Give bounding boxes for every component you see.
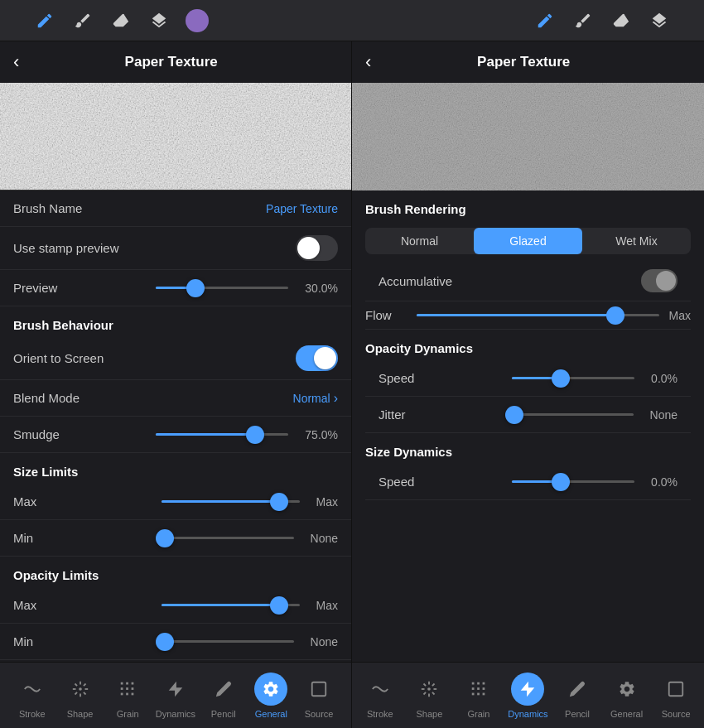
blend-mode-label: Blend Mode: [13, 391, 287, 405]
svg-line-6: [75, 683, 77, 686]
render-normal-btn[interactable]: Normal: [365, 228, 474, 254]
left-tab-shape[interactable]: Shape: [60, 673, 101, 719]
preview-slider[interactable]: [156, 287, 288, 289]
right-panel-title: Paper Texture: [381, 54, 666, 70]
jitter-row: Jitter None: [365, 397, 691, 433]
right-panel-header: ‹ Paper Texture: [352, 41, 704, 83]
right-tab-dynamics[interactable]: Dynamics: [507, 673, 548, 719]
right-tab-pencil-label: Pencil: [565, 709, 590, 719]
left-panel-title: Paper Texture: [29, 54, 313, 70]
right-tab-pencil[interactable]: Pencil: [557, 673, 598, 719]
right-tab-shape-label: Shape: [416, 709, 442, 719]
layers-tool-right[interactable]: [648, 9, 671, 32]
orient-screen-toggle[interactable]: [296, 345, 338, 371]
opacity-min-row: Min None: [0, 624, 351, 660]
render-glazed-btn[interactable]: Glazed: [474, 228, 582, 254]
orient-screen-label: Orient to Screen: [13, 351, 296, 365]
svg-rect-36: [482, 687, 485, 690]
eraser-tool-left[interactable]: [109, 9, 133, 32]
left-panel-header: ‹ Paper Texture: [0, 41, 351, 83]
right-tab-shape[interactable]: Shape: [408, 673, 450, 719]
smudge-row: Smudge 75.0%: [0, 417, 351, 453]
source-icon-wrap: [302, 673, 335, 706]
pen-tool-right[interactable]: [533, 9, 557, 32]
render-wetmix-btn[interactable]: Wet Mix: [582, 228, 691, 254]
size-min-value: None: [311, 532, 338, 545]
right-tab-general[interactable]: General: [606, 673, 648, 719]
size-max-label: Max: [13, 494, 152, 509]
left-tab-source[interactable]: Source: [298, 673, 340, 719]
render-modes-group: Normal Glazed Wet Mix: [365, 228, 691, 254]
opacity-speed-value: 0.0%: [651, 372, 677, 385]
eraser-tool-right[interactable]: [610, 9, 633, 32]
svg-line-8: [83, 683, 85, 686]
left-tab-grain[interactable]: Grain: [107, 673, 148, 719]
size-max-slider[interactable]: [162, 500, 300, 503]
left-back-button[interactable]: ‹: [13, 51, 19, 73]
accumulative-row: Accumulative: [365, 261, 691, 301]
opacity-min-label: Min: [13, 634, 148, 648]
flow-value: Max: [669, 309, 691, 322]
right-tab-source[interactable]: Source: [655, 673, 697, 719]
right-tab-dynamics-label: Dynamics: [508, 709, 547, 719]
right-tab-grain[interactable]: Grain: [458, 673, 499, 719]
left-tab-bar: Stroke Shape: [0, 662, 351, 728]
color-picker[interactable]: [186, 9, 209, 32]
brush-tool-right[interactable]: [571, 9, 595, 32]
pen-tool-left[interactable]: [33, 9, 56, 32]
orient-screen-row: Orient to Screen: [0, 337, 351, 380]
blend-mode-value[interactable]: Normal: [293, 392, 330, 405]
smudge-slider[interactable]: [156, 433, 288, 436]
left-tab-general[interactable]: General: [250, 673, 292, 719]
svg-rect-33: [482, 682, 485, 684]
brush-name-row: Brush Name Paper Texture: [0, 190, 351, 227]
left-toolbar-group: [33, 9, 209, 32]
size-limits-header: Size Limits: [0, 453, 351, 484]
pencil-icon-wrap: [207, 673, 240, 706]
stamp-preview-label: Use stamp preview: [13, 241, 296, 255]
right-pencil-icon-wrap: [561, 673, 594, 706]
brush-name-value[interactable]: Paper Texture: [266, 202, 338, 215]
opacity-max-row: Max Max: [0, 587, 351, 624]
left-tab-dynamics[interactable]: Dynamics: [155, 673, 196, 719]
left-tab-pencil-label: Pencil: [211, 709, 236, 719]
svg-rect-12: [132, 682, 134, 684]
brush-name-label: Brush Name: [13, 201, 259, 215]
svg-rect-11: [126, 682, 128, 684]
svg-rect-14: [126, 687, 128, 690]
svg-rect-20: [312, 682, 326, 696]
right-tab-stroke[interactable]: Stroke: [359, 673, 401, 719]
size-speed-label: Speed: [379, 475, 502, 489]
left-tab-pencil[interactable]: Pencil: [203, 673, 244, 719]
jitter-slider[interactable]: [511, 413, 634, 416]
opacity-max-slider[interactable]: [162, 604, 300, 606]
main-content: ‹ Paper Texture Brush Name Paper Texture: [0, 41, 704, 728]
brush-tool-left[interactable]: [71, 9, 94, 32]
size-speed-slider[interactable]: [512, 480, 635, 483]
svg-rect-21: [352, 83, 704, 190]
left-tab-stroke[interactable]: Stroke: [12, 673, 53, 719]
layers-tool-left[interactable]: [147, 9, 171, 32]
right-tab-grain-label: Grain: [467, 709, 489, 719]
svg-rect-32: [477, 682, 480, 684]
left-tab-dynamics-label: Dynamics: [156, 709, 195, 719]
svg-line-9: [75, 692, 77, 694]
size-min-slider[interactable]: [158, 537, 293, 539]
right-tab-source-label: Source: [662, 709, 691, 719]
svg-rect-16: [121, 692, 123, 695]
opacity-min-slider[interactable]: [158, 640, 293, 643]
rendering-title: Brush Rendering: [365, 190, 691, 221]
svg-rect-18: [132, 692, 134, 695]
right-tab-general-label: General: [610, 709, 643, 719]
preview-row: Preview 30.0%: [0, 270, 351, 306]
size-max-row: Max Max: [0, 484, 351, 520]
flow-slider[interactable]: [417, 314, 659, 316]
opacity-speed-slider[interactable]: [512, 377, 635, 379]
svg-point-1: [79, 687, 82, 691]
stamp-preview-toggle[interactable]: [296, 235, 338, 261]
right-back-button[interactable]: ‹: [365, 51, 371, 73]
accumulative-toggle[interactable]: [641, 269, 677, 292]
right-general-icon-wrap: [610, 673, 644, 706]
dynamics-icon-wrap: [159, 673, 192, 706]
opacity-speed-label: Speed: [379, 371, 502, 385]
